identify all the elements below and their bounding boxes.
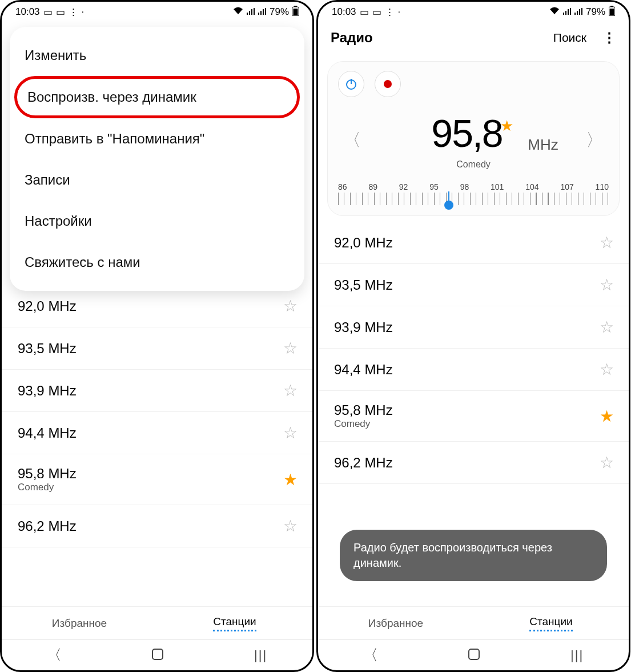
battery-text: 79% [586,6,605,18]
svg-rect-19 [581,8,582,15]
tab-favorites[interactable]: Избранное [2,607,157,639]
app-bar: Радио Поиск ⋮ [318,22,629,53]
tab-favorites[interactable]: Избранное [318,607,473,639]
station-name: Comedy [431,159,515,170]
nav-home-icon[interactable] [468,648,480,663]
tuner-card: 〈 95,8★ MHz Comedy 〉 86 89 92 95 98 101 … [327,61,620,216]
gallery-icon: ▭ [43,6,53,18]
menu-recordings[interactable]: Записи [10,159,304,201]
page-title: Радио [331,30,373,46]
svg-rect-0 [247,13,248,15]
frequency-scale[interactable]: 86 89 92 95 98 101 104 107 110 [338,182,609,205]
card-icon: ▭ [56,6,65,18]
list-item[interactable]: 92,0 MHz ☆ [2,285,312,327]
star-icon[interactable]: ★ [283,470,298,489]
more-icon[interactable]: ⋮ [602,30,616,46]
star-icon[interactable]: ☆ [600,233,614,252]
svg-rect-4 [258,13,259,15]
star-icon[interactable]: ☆ [600,360,614,379]
wifi-icon [233,6,243,18]
phone-left: 10:03 ▭ ▭ ⋮ · 79% Изменить Воспроизв. че… [0,0,314,672]
svg-rect-21 [610,6,613,7]
usb-icon: ⋮ [385,6,395,18]
phone-right: 10:03 ▭ ▭ ⋮ · 79% Радио Поиск ⋮ [316,0,630,672]
svg-rect-3 [254,8,255,15]
list-item[interactable]: 94,4 MHz ☆ [2,412,312,454]
record-button[interactable] [375,71,401,97]
list-item[interactable]: 95,8 MHz Comedy ★ [2,454,312,505]
signal-icon-2 [574,6,582,18]
status-bar: 10:03 ▭ ▭ ⋮ · 79% [2,2,312,22]
nav-home-icon[interactable] [151,648,164,663]
svg-rect-16 [574,13,576,15]
list-item[interactable]: 93,9 MHz ☆ [2,370,312,412]
station-list-left: 92,0 MHz ☆ 93,5 MHz ☆ 93,9 MHz ☆ 94,4 MH… [2,285,312,606]
status-time: 10:03 [15,6,40,18]
nav-bar: 〈 ||| [2,639,312,670]
nav-back-icon[interactable]: 〈 [363,645,378,665]
list-item[interactable]: 92,0 MHz ☆ [318,222,629,264]
usb-icon: ⋮ [69,6,78,18]
card-icon: ▭ [372,6,381,18]
menu-reminders[interactable]: Отправить в "Напоминания" [10,118,304,159]
star-icon[interactable]: ☆ [283,381,298,400]
nav-bar: 〈 ||| [318,639,629,670]
list-item[interactable]: 96,2 MHz ☆ [318,442,629,484]
scale-handle[interactable] [444,201,453,210]
tab-stations[interactable]: Станции [157,607,312,639]
svg-rect-10 [294,9,298,15]
svg-rect-5 [260,11,262,15]
signal-icon-2 [258,6,266,18]
svg-point-25 [384,80,392,88]
svg-rect-1 [249,11,250,15]
list-item[interactable]: 93,5 MHz ☆ [2,327,312,370]
battery-icon [609,6,615,19]
battery-icon [292,6,299,19]
menu-settings[interactable]: Настройки [10,201,304,242]
star-icon: ★ [500,117,513,134]
svg-rect-14 [568,9,569,15]
svg-rect-9 [294,6,297,7]
status-time: 10:03 [332,6,356,18]
svg-rect-26 [469,649,479,659]
nav-recents-icon[interactable]: ||| [570,648,584,663]
context-menu: Изменить Воспроизв. через динамик Отправ… [10,27,304,291]
svg-rect-7 [265,8,266,15]
list-item[interactable]: 96,2 MHz ☆ [2,505,312,547]
next-station-icon[interactable]: 〉 [580,129,609,152]
wifi-icon [549,6,560,18]
gallery-icon: ▭ [360,6,369,18]
star-icon[interactable]: ☆ [283,297,298,315]
star-icon[interactable]: ☆ [283,423,298,442]
svg-rect-18 [579,9,580,15]
star-icon[interactable]: ☆ [600,318,614,337]
star-icon[interactable]: ☆ [600,453,614,472]
svg-rect-15 [570,8,571,15]
svg-rect-2 [251,9,252,15]
svg-rect-22 [610,9,614,15]
menu-play-speaker[interactable]: Воспроизв. через динамик [14,76,300,118]
svg-rect-6 [263,9,264,15]
star-icon[interactable]: ☆ [283,339,298,358]
list-item[interactable]: 94,4 MHz ☆ [318,349,629,391]
nav-recents-icon[interactable]: ||| [254,648,267,663]
list-item[interactable]: 93,5 MHz ☆ [318,264,629,306]
star-icon[interactable]: ★ [600,407,614,426]
nav-back-icon[interactable]: 〈 [47,645,62,665]
svg-rect-17 [577,11,578,15]
list-item[interactable]: 95,8 MHz Comedy ★ [318,391,629,442]
prev-station-icon[interactable]: 〈 [338,129,367,152]
list-item[interactable]: 93,9 MHz ☆ [318,306,629,349]
status-bar: 10:03 ▭ ▭ ⋮ · 79% [318,2,629,22]
bottom-tabs: Избранное Станции [318,606,629,639]
menu-edit[interactable]: Изменить [10,35,304,76]
svg-rect-13 [565,11,566,15]
search-button[interactable]: Поиск [553,31,586,45]
menu-contact[interactable]: Свяжитесь с нами [10,242,304,283]
star-icon[interactable]: ☆ [283,517,298,535]
svg-rect-12 [563,13,564,15]
star-icon[interactable]: ☆ [600,275,614,294]
power-button[interactable] [338,71,364,97]
tab-stations[interactable]: Станции [473,607,629,639]
toast-message: Радио будет воспроизводиться через динам… [340,530,607,581]
